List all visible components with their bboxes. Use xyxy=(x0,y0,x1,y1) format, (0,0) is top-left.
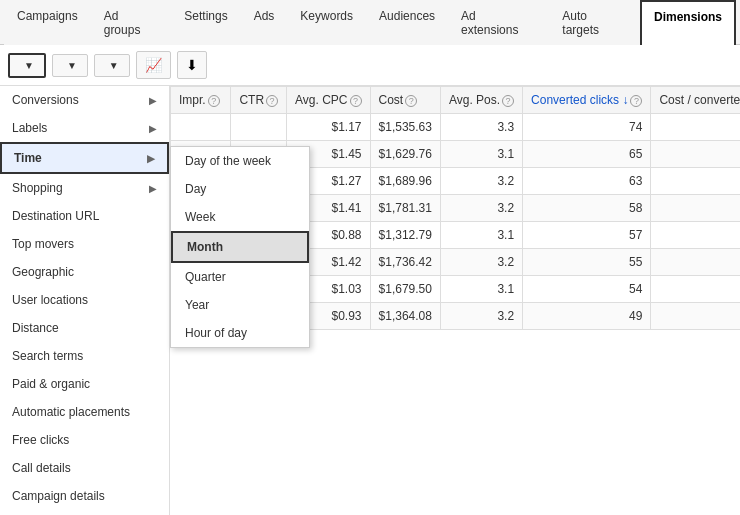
table-cell: $1,535.63 xyxy=(370,114,440,141)
tab-auto-targets[interactable]: Auto targets xyxy=(549,0,640,45)
view-day-button[interactable]: ▼ xyxy=(8,53,46,78)
sidebar-item-top-movers[interactable]: Top movers xyxy=(0,230,169,258)
submenu-item-week[interactable]: Week xyxy=(171,203,309,231)
table-cell xyxy=(171,114,231,141)
chevron-down-icon: ▼ xyxy=(24,60,34,71)
table-cell: $30.56 xyxy=(651,195,740,222)
help-icon[interactable]: ? xyxy=(350,95,362,107)
sidebar-item-label: Paid & organic xyxy=(12,377,90,391)
table-cell: 55 xyxy=(523,249,651,276)
col-header-converted-clicks[interactable]: Converted clicks ↓? xyxy=(523,87,651,114)
sidebar-item-distance[interactable]: Distance xyxy=(0,314,169,342)
chevron-right-icon: ▶ xyxy=(149,123,157,134)
sidebar-item-user-locations[interactable]: User locations xyxy=(0,286,169,314)
sidebar-item-label: Free clicks xyxy=(12,433,69,447)
chevron-right-icon: ▶ xyxy=(149,183,157,194)
table-cell: $1,364.08 xyxy=(370,303,440,330)
time-submenu: Day of the weekDayWeekMonthQuarterYearHo… xyxy=(170,146,310,348)
table-cell: $1,679.50 xyxy=(370,276,440,303)
col-header-ctr: CTR? xyxy=(231,87,287,114)
sidebar-item-label: Conversions xyxy=(12,93,79,107)
sidebar-item-label: Destination URL xyxy=(12,209,99,223)
sidebar-item-geographic[interactable]: Geographic xyxy=(0,258,169,286)
tab-ad-groups[interactable]: Ad groups xyxy=(91,0,172,45)
tab-ad-extensions[interactable]: Ad extensions xyxy=(448,0,549,45)
table-cell: $31.50 xyxy=(651,249,740,276)
table-cell: 74 xyxy=(523,114,651,141)
toolbar: ▼ ▼ ▼ 📈 ⬇ xyxy=(0,45,740,86)
help-icon[interactable]: ? xyxy=(502,95,514,107)
tab-campaigns[interactable]: Campaigns xyxy=(4,0,91,45)
submenu-item-hour-of-day[interactable]: Hour of day xyxy=(171,319,309,347)
submenu-item-month[interactable]: Month xyxy=(171,231,309,263)
sidebar-item-label: Automatic placements xyxy=(12,405,130,419)
sidebar: Conversions▶Labels▶Time▶Shopping▶Destina… xyxy=(0,86,170,515)
table-cell: 3.1 xyxy=(440,222,522,249)
col-header-avg.-cpc: Avg. CPC? xyxy=(287,87,370,114)
col-header-cost: Cost? xyxy=(370,87,440,114)
sidebar-item-label: Shopping xyxy=(12,181,63,195)
filter-button[interactable]: ▼ xyxy=(52,54,88,77)
sidebar-item-label: Search terms xyxy=(12,349,83,363)
sidebar-item-campaign-details[interactable]: Campaign details xyxy=(0,482,169,510)
tab-dimensions[interactable]: Dimensions xyxy=(640,0,736,45)
table-cell: $1.17 xyxy=(287,114,370,141)
submenu-item-quarter[interactable]: Quarter xyxy=(171,263,309,291)
tab-settings[interactable]: Settings xyxy=(171,0,240,45)
table-cell: 57 xyxy=(523,222,651,249)
table-cell: $1,629.76 xyxy=(370,141,440,168)
table-cell: 3.1 xyxy=(440,141,522,168)
sidebar-item-paid-&-organic[interactable]: Paid & organic xyxy=(0,370,169,398)
help-icon[interactable]: ? xyxy=(266,95,278,107)
sidebar-item-destination-url[interactable]: Destination URL xyxy=(0,202,169,230)
help-icon[interactable]: ? xyxy=(405,95,417,107)
sidebar-item-call-details[interactable]: Call details xyxy=(0,454,169,482)
table-cell: $26.76 xyxy=(651,168,740,195)
col-header-cost-converted-click: Cost / converted click? xyxy=(651,87,740,114)
sidebar-item-label: Campaign details xyxy=(12,489,105,503)
col-header-avg.-pos.: Avg. Pos.? xyxy=(440,87,522,114)
sidebar-item-free-clicks[interactable]: Free clicks xyxy=(0,426,169,454)
submenu-item-day[interactable]: Day xyxy=(171,175,309,203)
chart-icon-button[interactable]: 📈 xyxy=(136,51,171,79)
sidebar-item-label: Distance xyxy=(12,321,59,335)
sidebar-item-label: Geographic xyxy=(12,265,74,279)
table-cell: 3.2 xyxy=(440,249,522,276)
table-cell: 3.3 xyxy=(440,114,522,141)
table-cell: 58 xyxy=(523,195,651,222)
submenu-item-day-of-the-week[interactable]: Day of the week xyxy=(171,147,309,175)
table-cell: 54 xyxy=(523,276,651,303)
sidebar-item-automatic-placements[interactable]: Automatic placements xyxy=(0,398,169,426)
tab-ads[interactable]: Ads xyxy=(241,0,288,45)
main-content: Conversions▶Labels▶Time▶Shopping▶Destina… xyxy=(0,86,740,515)
help-icon[interactable]: ? xyxy=(630,95,642,107)
sidebar-item-shopping[interactable]: Shopping▶ xyxy=(0,174,169,202)
sidebar-item-label: Top movers xyxy=(12,237,74,251)
sidebar-item-ad-group-details[interactable]: Ad group details xyxy=(0,510,169,515)
sidebar-item-conversions[interactable]: Conversions▶ xyxy=(0,86,169,114)
table-cell: $1,312.79 xyxy=(370,222,440,249)
tab-audiences[interactable]: Audiences xyxy=(366,0,448,45)
sidebar-item-time[interactable]: Time▶ xyxy=(0,142,169,174)
table-cell: $1,736.42 xyxy=(370,249,440,276)
sidebar-item-search-terms[interactable]: Search terms xyxy=(0,342,169,370)
table-cell: $1,689.96 xyxy=(370,168,440,195)
table-cell: $23.03 xyxy=(651,222,740,249)
table-cell: $27.84 xyxy=(651,303,740,330)
sidebar-item-label: Call details xyxy=(12,461,71,475)
chevron-right-icon: ▶ xyxy=(149,95,157,106)
tab-keywords[interactable]: Keywords xyxy=(287,0,366,45)
chevron-down-icon: ▼ xyxy=(67,60,77,71)
sidebar-item-labels[interactable]: Labels▶ xyxy=(0,114,169,142)
table-cell: 3.1 xyxy=(440,276,522,303)
col-header-impr.: Impr.? xyxy=(171,87,231,114)
help-icon[interactable]: ? xyxy=(208,95,220,107)
submenu-item-year[interactable]: Year xyxy=(171,291,309,319)
table-cell: 3.2 xyxy=(440,195,522,222)
download-icon-button[interactable]: ⬇ xyxy=(177,51,207,79)
table-cell: 3.2 xyxy=(440,168,522,195)
table-cell: 3.2 xyxy=(440,303,522,330)
columns-button[interactable]: ▼ xyxy=(94,54,130,77)
chevron-down-icon: ▼ xyxy=(109,60,119,71)
table-cell: $31.03 xyxy=(651,276,740,303)
